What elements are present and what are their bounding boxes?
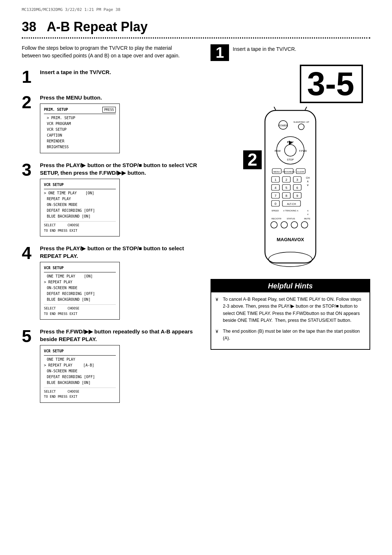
menu4-title: VCR SETUP: [44, 265, 116, 272]
menu4-footer: SELECT CHOOSETO END PRESS EXIT: [44, 304, 116, 316]
helpful-hints-box: Helpful Hints ¥ To cancel A-B Repeat Pla…: [211, 279, 370, 350]
step-2-content: Press the MENU button. PRIM. SETUP PRESS…: [40, 94, 200, 153]
step-5-menu: VCR SETUP ONE TIME PLAY > REPEAT PLAY [A…: [40, 345, 120, 403]
svg-text:POWER: POWER: [278, 124, 288, 127]
step-1-content: Insert a tape in the TV/VCR.: [40, 68, 200, 78]
step-3-menu: VCR SETUP > ONE TIME PLAY [ON] REPEAT PL…: [40, 179, 120, 236]
step-1: 1 Insert a tape in the TV/VCR.: [22, 68, 200, 86]
svg-text:∧: ∧: [307, 180, 309, 183]
menu3-item-2: REPEAT PLAY: [44, 196, 116, 202]
page-title-text: A-B Repeat Play: [47, 19, 148, 34]
svg-point-54: [291, 222, 298, 228]
svg-line-2: [305, 107, 309, 110]
menu4-item-3: ON-SCREEN MODE: [44, 285, 116, 291]
hint-item-1: ¥ To cancel A-B Repeat Play, set ONE TIM…: [216, 296, 365, 324]
svg-text:6: 6: [296, 186, 298, 190]
menu3-item-4: DEFEAT RECORDING [OFF]: [44, 208, 116, 214]
title-separator: [22, 37, 370, 39]
page-container: MC132DMG/MC192DMG 3/22/02 1:21 PM Page 3…: [0, 0, 392, 555]
step-4: 4 Press the PLAY/▶ button or the STOP/■ …: [22, 244, 200, 320]
step-4-content: Press the PLAY/▶ button or the STOP/■ bu…: [40, 244, 200, 320]
right-column: 1 Insert a tape in the TV/VCR. 3-5 2: [211, 44, 370, 411]
svg-text:4: 4: [274, 186, 276, 190]
step-3-title: Press the PLAY/▶ button or the STOP/■ bu…: [40, 161, 200, 177]
step-5-content: Press the F.FWD/▶▶ button repeatedly so …: [40, 328, 200, 403]
svg-text:3: 3: [296, 178, 298, 182]
svg-text:5: 5: [285, 186, 287, 190]
svg-point-6: [298, 124, 304, 130]
svg-point-57: [269, 252, 312, 267]
right-step1: 1 Insert a tape in the TV/VCR.: [211, 44, 370, 61]
hint-2-text: The end position (B) must be later on th…: [223, 328, 365, 342]
svg-text:∧: ∧: [307, 210, 309, 212]
page-header: MC132DMG/MC192DMG 3/22/02 1:21 PM Page 3…: [22, 7, 370, 12]
step-3: 3 Press the PLAY/▶ button or the STOP/■ …: [22, 161, 200, 236]
main-layout: Follow the steps below to program the TV…: [22, 44, 370, 411]
menu5-item-3: ON-SCREEN MODE: [44, 368, 116, 374]
menu5-item-4: DEFEAT RECORDING [OFF]: [44, 374, 116, 380]
hint-item-2: ¥ The end position (B) must be later on …: [216, 328, 365, 342]
svg-text:∨: ∨: [307, 213, 309, 215]
menu3-item-5: BLUE BACKGROUND [ON]: [44, 214, 116, 219]
svg-text:1: 1: [274, 178, 276, 182]
svg-point-55: [301, 222, 308, 228]
svg-text:8: 8: [285, 194, 287, 198]
step-4-number: 4: [22, 244, 35, 262]
step-5: 5 Press the F.FWD/▶▶ button repeatedly s…: [22, 328, 200, 403]
step-2-title: Press the MENU button.: [40, 94, 200, 101]
step-badge-text: 3-5: [300, 65, 363, 103]
helpful-hints-content: ¥ To cancel A-B Repeat Play, set ONE TIM…: [211, 292, 369, 349]
svg-text:SLEEP/REC UP: SLEEP/REC UP: [293, 121, 309, 123]
svg-text:9: 9: [296, 194, 298, 198]
svg-text:∨ TRACKING ∧: ∨ TRACKING ∧: [283, 210, 298, 212]
svg-point-13: [285, 145, 296, 156]
step-2-number: 2: [22, 94, 35, 111]
left-column: Follow the steps below to program the TV…: [22, 44, 200, 411]
svg-line-1: [272, 107, 276, 110]
step-4-title: Press the PLAY/▶ button or the STOP/■ bu…: [40, 244, 200, 260]
step-2-menu: PRIM. SETUP PRESS > PRIM. SETUP VCR PROG…: [40, 104, 120, 153]
menu2-item-3: VCR SETUP: [44, 127, 116, 133]
svg-point-53: [281, 222, 287, 228]
menu3-item-1: > ONE TIME PLAY [ON]: [44, 190, 116, 196]
svg-text:CH: CH: [306, 177, 310, 179]
menu5-item-2: > REPEAT PLAY [A-B]: [44, 362, 116, 368]
remote-svg: POWER SLEEP/REC UP PLAY REW F.FWD STOP: [254, 107, 327, 270]
hint-1-bullet: ¥: [216, 296, 221, 324]
hint-2-bullet: ¥: [216, 328, 221, 342]
menu2-item-6: BRIGHTNESS: [44, 144, 116, 150]
svg-text:MENU: MENU: [273, 171, 280, 173]
step-2: 2 Press the MENU button. PRIM. SETUP PRE…: [22, 94, 200, 153]
svg-text:0: 0: [274, 202, 276, 206]
svg-point-52: [271, 222, 277, 228]
helpful-hints-title: Helpful Hints: [211, 280, 369, 292]
svg-text:2: 2: [285, 178, 287, 182]
svg-text:PROGRESS: PROGRESS: [282, 171, 295, 173]
svg-text:7: 7: [274, 194, 276, 198]
svg-text:MUTE: MUTE: [304, 218, 310, 220]
svg-text:REC/OTR: REC/OTR: [271, 218, 282, 220]
menu4-item-1: ONE TIME PLAY [ON]: [44, 274, 116, 279]
svg-text:REW: REW: [275, 150, 281, 152]
step-5-number: 5: [22, 328, 35, 345]
menu2-title: PRIM. SETUP: [44, 107, 68, 113]
svg-text:STOP: STOP: [287, 158, 294, 161]
svg-text:ALT-CH: ALT-CH: [287, 203, 296, 205]
menu5-item-5: BLUE BACKGROUND [ON]: [44, 380, 116, 386]
svg-text:CLEAR: CLEAR: [297, 171, 305, 173]
menu2-item-4: CAPTION: [44, 133, 116, 138]
step-3-number: 3: [22, 161, 35, 179]
page-title: 38 A-B Repeat Play: [22, 19, 370, 35]
menu2-item-5: REMINDER: [44, 138, 116, 144]
menu2-item-2: VCR PROGRAM: [44, 121, 116, 127]
page-number: 38: [22, 19, 36, 34]
step-5-title: Press the F.FWD/▶▶ button repeatedly so …: [40, 328, 200, 343]
svg-text:SPEED: SPEED: [271, 210, 279, 212]
menu4-item-2: > REPEAT PLAY: [44, 279, 116, 285]
svg-text:MAGNAVOX: MAGNAVOX: [277, 237, 304, 242]
remote-step2-badge: 2: [243, 150, 262, 169]
menu4-item-4: DEFEAT RECORDING [OFF]: [44, 291, 116, 297]
menu5-title: VCR SETUP: [44, 348, 116, 356]
menu3-footer: SELECT CHOOSETO END PRESS EXIT: [44, 221, 116, 233]
menu2-item-1: > PRIM. SETUP: [44, 115, 116, 121]
